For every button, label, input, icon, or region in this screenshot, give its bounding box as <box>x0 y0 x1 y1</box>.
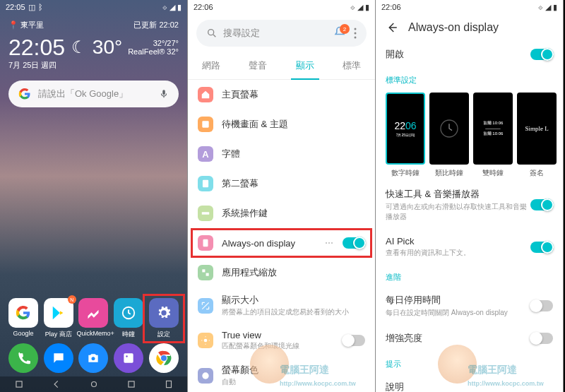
app-row: Google N Play 商店 QuickMemo+ 時鐘 設定 <box>0 298 187 339</box>
updated-text: 已更新 22:02 <box>133 20 179 30</box>
search-icon <box>206 28 218 39</box>
google-icon <box>18 88 31 100</box>
location-pin-icon: 📍 <box>8 20 18 29</box>
svg-rect-18 <box>202 269 205 272</box>
dock-gallery[interactable] <box>114 343 143 373</box>
status-time: 22:06 <box>194 3 213 11</box>
tab-network[interactable]: 網路 <box>188 52 234 79</box>
preview-digital[interactable]: 22067月25日(四) 數字時鐘 <box>386 93 425 178</box>
settings-search[interactable]: 搜尋設定 2 <box>196 20 367 47</box>
app-clock[interactable]: 時鐘 <box>112 298 145 339</box>
svg-rect-8 <box>128 381 133 387</box>
svg-point-7 <box>91 382 96 387</box>
app-label: Play 商店 <box>42 330 76 339</box>
aod-previews: 22067月25日(四) 數字時鐘 類比時鐘 首爾 10:06─────首爾 1… <box>376 90 563 181</box>
enable-label: 開啟 <box>386 48 530 61</box>
bluetooth-icon: ᛒ <box>38 3 43 11</box>
app-play-store[interactable]: N Play 商店 <box>42 298 76 339</box>
battery-icon: ▮ <box>177 3 182 12</box>
setting-nav-keys[interactable]: 系統操作鍵 <box>188 198 375 228</box>
setting-second-screen[interactable]: 第二螢幕 <box>188 169 375 198</box>
aod-ai-pick[interactable]: AI Pick 查看有用的資訊和上下文。 <box>376 229 563 265</box>
preview-analog[interactable]: 類比時鐘 <box>429 93 469 178</box>
app-settings[interactable]: 設定 <box>147 298 181 339</box>
app-quickmemo[interactable]: QuickMemo+ <box>76 298 110 339</box>
dock-chrome[interactable] <box>149 343 179 373</box>
svg-point-11 <box>355 28 357 30</box>
toggle-enable[interactable] <box>530 49 553 60</box>
setting-font[interactable]: A字體 <box>188 139 375 169</box>
search-placeholder: 請說出「Ok Google」 <box>38 88 152 100</box>
dock-phone[interactable] <box>8 343 38 373</box>
notification-bell[interactable]: 2 <box>333 25 348 41</box>
more-icon[interactable] <box>354 28 357 39</box>
realfeel: RealFeel® 32° <box>128 47 179 56</box>
svg-point-12 <box>355 32 357 35</box>
aod-brightness[interactable]: 增強亮度 <box>376 325 563 352</box>
nfc-icon: ⟐ <box>350 3 355 11</box>
preview-dual[interactable]: 首爾 10:06─────首爾 10:06 雙時鐘 <box>473 93 513 178</box>
toggle-bright[interactable] <box>530 333 553 344</box>
nav-overview-icon[interactable] <box>14 379 24 389</box>
toggle-aod[interactable] <box>343 237 365 249</box>
nav-home-icon[interactable] <box>89 379 99 389</box>
nav-bar <box>0 376 187 392</box>
weather-widget[interactable]: 22:05 7月 25日 週四 ☾ 30° 32°/27° RealFeel® … <box>0 36 187 71</box>
battery-icon: ▮ <box>553 3 557 12</box>
mic-icon[interactable] <box>159 89 169 99</box>
page-header: Always-on display <box>376 14 563 41</box>
setting-lock-theme[interactable]: 待機畫面 & 主題 <box>188 109 375 139</box>
dock-camera[interactable] <box>78 343 108 373</box>
nfc-icon: ◫ <box>28 3 35 12</box>
tab-display[interactable]: 顯示 <box>282 52 328 79</box>
app-label: Google <box>6 330 40 337</box>
google-search-bar[interactable]: 請說出「Ok Google」 <box>8 81 179 107</box>
toggle-daily[interactable] <box>530 300 553 311</box>
nav-recents-icon[interactable] <box>126 379 136 389</box>
nav-back-icon[interactable] <box>52 379 61 389</box>
signal-icon: ◢ <box>357 3 363 12</box>
phone-settings-display: 22:06 ⟐◢▮ 搜尋設定 2 網路 聲音 顯示 標準 主頁螢幕 待機畫面 &… <box>188 0 376 392</box>
back-icon[interactable] <box>386 21 398 34</box>
status-time: 22:06 <box>381 3 401 11</box>
settings-tabs: 網路 聲音 顯示 標準 <box>188 52 375 80</box>
toggle-trueview[interactable] <box>343 335 365 346</box>
svg-rect-9 <box>166 381 171 387</box>
app-google[interactable]: Google <box>6 298 40 339</box>
toggle-aipick[interactable] <box>530 242 553 253</box>
nav-sim-icon[interactable] <box>164 379 174 389</box>
setting-display-size[interactable]: 顯示大小將螢幕上的項目設定成您易於看到的大小 <box>188 287 375 323</box>
setting-aod[interactable]: Always-on display ⋯ <box>188 228 375 258</box>
watermark-cartoon <box>250 345 289 384</box>
setting-app-scaling[interactable]: 應用程式縮放 <box>188 258 375 287</box>
svg-point-10 <box>208 30 214 35</box>
search-placeholder: 搜尋設定 <box>223 27 327 40</box>
location-text: 東平里 <box>20 20 44 29</box>
aod-daily-off[interactable]: 每日停用時間 每日在設定時間關閉 Always-on display <box>376 287 563 325</box>
page-title: Always-on display <box>408 21 499 34</box>
location-row: 📍 東平里 已更新 22:02 <box>0 14 187 36</box>
status-bar: 22:06 ⟐◢▮ <box>376 0 563 14</box>
nfc-icon: ⟐ <box>162 3 167 11</box>
toggle-quick[interactable] <box>530 199 553 210</box>
nfc-icon: ⟐ <box>538 3 543 11</box>
phone-aod-settings: 22:06 ⟐◢▮ Always-on display 開啟 標準設定 2206… <box>376 0 564 392</box>
aod-enable-row[interactable]: 開啟 <box>376 41 563 68</box>
aod-quick-tools[interactable]: 快速工具 & 音樂播放器 可透過向左或向右滑動以存取快速工具和音樂播放器 <box>376 181 563 229</box>
watermark-cartoon <box>438 345 477 384</box>
dock-messages[interactable] <box>44 343 73 373</box>
clock-date: 7月 25日 週四 <box>8 60 65 71</box>
svg-point-20 <box>204 339 208 343</box>
section-advanced: 進階 <box>376 265 563 287</box>
phone-home-screen: 22:05 ◫ ᛒ ⟐ ◢ ▮ 📍 東平里 已更新 22:02 22:05 7月… <box>0 0 188 392</box>
temp-range: 32°/27° <box>128 39 179 47</box>
svg-point-21 <box>202 372 208 379</box>
setting-home-screen[interactable]: 主頁螢幕 <box>188 80 375 109</box>
svg-rect-6 <box>16 381 21 387</box>
tab-general[interactable]: 標準 <box>328 52 375 79</box>
tab-sound[interactable]: 聲音 <box>234 52 281 79</box>
status-bar: 22:05 ◫ ᛒ ⟐ ◢ ▮ <box>0 0 187 14</box>
app-label: QuickMemo+ <box>76 330 110 337</box>
section-standard: 標準設定 <box>376 68 563 90</box>
preview-signature[interactable]: Simple L 簽名 <box>517 93 557 178</box>
